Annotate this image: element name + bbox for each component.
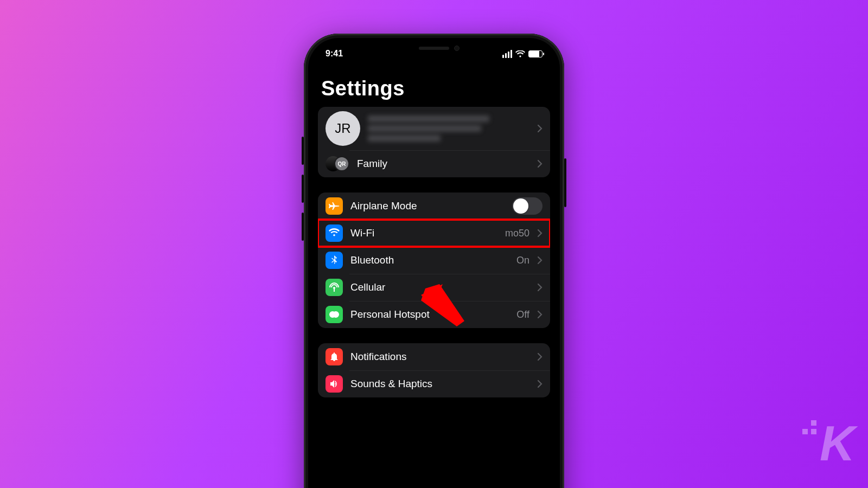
sounds-row[interactable]: Sounds & Haptics [318,370,550,397]
status-indicators [502,50,542,58]
hotspot-detail: Off [516,309,529,320]
connectivity-group: Airplane Mode Wi-Fi mo50 [318,192,550,328]
bluetooth-label: Bluetooth [350,254,509,266]
notch [382,40,486,56]
watermark: K [802,416,852,472]
bluetooth-icon [326,252,343,269]
airplane-toggle[interactable] [512,197,542,215]
sounds-label: Sounds & Haptics [350,378,529,390]
hotspot-icon [326,306,343,323]
hotspot-row[interactable]: Personal Hotspot Off [318,301,550,328]
phone-screen: 9:41 Settings JR [310,40,558,488]
family-avatars: QR [326,155,349,172]
chevron-right-icon [537,283,542,292]
background-gradient: 9:41 Settings JR [0,0,868,488]
chevron-right-icon [537,310,542,319]
speaker-icon [326,375,343,393]
wifi-status-icon [515,50,525,57]
battery-icon [528,50,542,57]
chevron-right-icon [537,256,542,265]
chevron-right-icon [537,159,542,168]
family-row[interactable]: QR Family [318,150,550,177]
hotspot-label: Personal Hotspot [350,309,509,320]
status-time: 9:41 [326,49,343,59]
family-label: Family [357,158,529,170]
cellular-signal-icon [502,50,512,58]
wifi-label: Wi-Fi [350,227,497,239]
phone-frame: 9:41 Settings JR [304,34,564,488]
bluetooth-row[interactable]: Bluetooth On [318,247,550,274]
alerts-group: Notifications Sounds & Haptics [318,343,550,397]
notifications-row[interactable]: Notifications [318,343,550,370]
bluetooth-detail: On [516,255,529,266]
page-title: Settings [318,64,550,107]
airplane-label: Airplane Mode [350,200,505,212]
chevron-right-icon [537,229,542,237]
redacted-name [368,115,529,142]
chevron-right-icon [537,380,542,388]
cellular-label: Cellular [350,281,529,293]
cellular-row[interactable]: Cellular [318,274,550,301]
profile-group: JR QR Family [318,107,550,177]
chevron-right-icon [537,124,542,133]
bell-icon [326,348,343,365]
chevron-right-icon [537,352,542,361]
wifi-detail: mo50 [505,228,529,239]
cellular-icon [326,279,343,296]
airplane-icon [326,197,343,215]
wifi-icon [326,224,343,242]
airplane-mode-row[interactable]: Airplane Mode [318,192,550,220]
wifi-row[interactable]: Wi-Fi mo50 [318,220,550,247]
apple-id-row[interactable]: JR [318,107,550,150]
notifications-label: Notifications [350,351,529,363]
avatar: JR [326,111,360,146]
